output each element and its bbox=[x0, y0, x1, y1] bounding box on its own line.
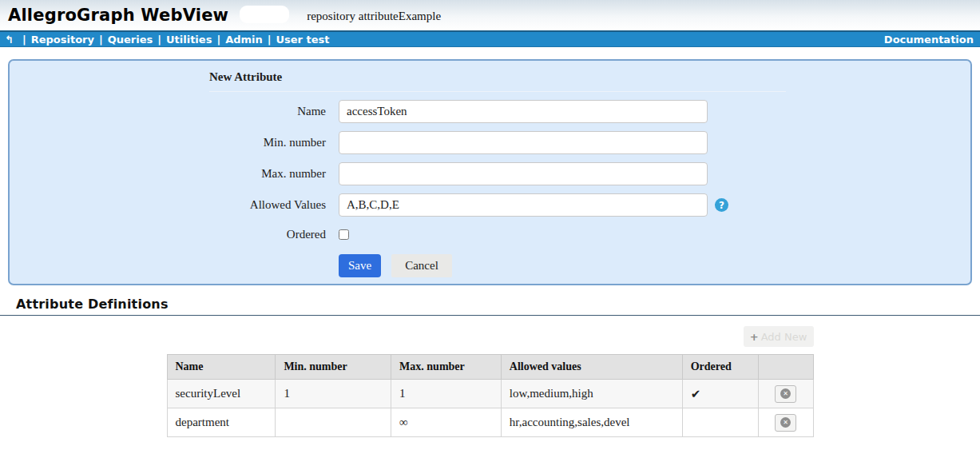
cell-max-number: 1 bbox=[391, 380, 502, 408]
nav-item-documentation[interactable]: Documentation bbox=[884, 34, 974, 46]
nav-separator: | bbox=[216, 34, 220, 46]
cell-name: department bbox=[167, 408, 276, 437]
plus-icon: + bbox=[750, 331, 759, 343]
nav-separator: | bbox=[22, 34, 26, 46]
ordered-check: ✔ bbox=[682, 380, 758, 408]
ordered-check bbox=[682, 408, 758, 437]
max-number-row: Max. number bbox=[10, 162, 970, 185]
ordered-checkbox[interactable] bbox=[339, 229, 349, 240]
min-number-row: Min. number bbox=[10, 131, 970, 154]
cell-actions: ✕ bbox=[758, 408, 813, 437]
max-number-label: Max. number bbox=[10, 167, 326, 181]
delete-icon: ✕ bbox=[780, 388, 791, 399]
add-new-label: Add New bbox=[761, 331, 807, 343]
nav-item-utilities[interactable]: Utilities bbox=[166, 34, 212, 46]
ordered-row: Ordered bbox=[10, 228, 970, 241]
max-number-input[interactable] bbox=[339, 162, 708, 185]
cell-name: securityLevel bbox=[167, 380, 276, 408]
nav-separator: | bbox=[99, 34, 103, 46]
column-header-ordered: Ordered bbox=[682, 355, 758, 380]
cell-min-number: 1 bbox=[276, 380, 391, 408]
nav-separator: | bbox=[268, 34, 272, 46]
save-button[interactable]: Save bbox=[339, 254, 381, 277]
column-header-actions bbox=[758, 355, 813, 380]
help-icon[interactable]: ? bbox=[715, 198, 728, 212]
masked-area bbox=[240, 6, 289, 23]
allowed-values-input[interactable] bbox=[339, 193, 708, 217]
cell-actions: ✕ bbox=[758, 380, 813, 408]
column-header-max-number: Max. number bbox=[391, 355, 502, 380]
table-row: department ∞ hr,accounting,sales,devel ✕ bbox=[167, 408, 813, 437]
nav-item-repository[interactable]: Repository bbox=[31, 34, 94, 46]
attribute-definitions-heading: Attribute Definitions bbox=[16, 297, 980, 312]
attribute-definitions-section: +Add New Name Min. number Max. number Al… bbox=[167, 326, 814, 437]
column-header-min-number: Min. number bbox=[276, 355, 391, 380]
table-row: securityLevel 1 1 low,medium,high ✔ ✕ bbox=[167, 380, 813, 408]
allowed-values-row: Allowed Values ? bbox=[10, 193, 970, 217]
allowed-values-label: Allowed Values bbox=[10, 198, 326, 212]
add-new-button[interactable]: +Add New bbox=[744, 326, 814, 347]
cell-max-number: ∞ bbox=[391, 408, 502, 437]
back-arrow-icon[interactable]: ↰ bbox=[5, 34, 14, 45]
cancel-button[interactable]: Cancel bbox=[391, 254, 452, 277]
cell-min-number bbox=[276, 408, 391, 437]
delete-icon: ✕ bbox=[780, 417, 791, 428]
cell-allowed-values: hr,accounting,sales,devel bbox=[501, 408, 682, 437]
name-row: Name bbox=[10, 100, 970, 123]
delete-button[interactable]: ✕ bbox=[775, 414, 796, 432]
nav-item-admin[interactable]: Admin bbox=[225, 34, 263, 46]
repository-label: repository attributeExample bbox=[307, 10, 441, 23]
attribute-definitions-table: Name Min. number Max. number Allowed val… bbox=[167, 354, 814, 437]
new-attribute-panel: New Attribute Name Min. number Max. numb… bbox=[8, 59, 972, 285]
min-number-input[interactable] bbox=[339, 131, 708, 154]
name-input[interactable] bbox=[339, 100, 708, 123]
column-header-name: Name bbox=[167, 355, 276, 380]
form-buttons-row: Save Cancel bbox=[10, 254, 970, 277]
app-header: AllegroGraph WebView repository attribut… bbox=[0, 0, 980, 30]
new-attribute-legend-wrap: New Attribute bbox=[209, 70, 786, 92]
min-number-label: Min. number bbox=[10, 136, 326, 149]
column-header-allowed-values: Allowed values bbox=[501, 355, 682, 380]
delete-button[interactable]: ✕ bbox=[775, 385, 796, 403]
nav-item-queries[interactable]: Queries bbox=[108, 34, 153, 46]
nav-item-user-test[interactable]: User test bbox=[276, 34, 330, 46]
ordered-label: Ordered bbox=[10, 228, 326, 241]
table-header-row: Name Min. number Max. number Allowed val… bbox=[167, 355, 813, 380]
nav-separator: | bbox=[157, 34, 161, 46]
cell-allowed-values: low,medium,high bbox=[501, 380, 682, 408]
main-navbar: ↰ | Repository | Queries | Utilities | A… bbox=[0, 30, 980, 47]
app-title: AllegroGraph WebView bbox=[8, 6, 228, 25]
new-attribute-legend: New Attribute bbox=[209, 70, 282, 83]
heading-rule bbox=[0, 315, 980, 316]
name-label: Name bbox=[10, 105, 326, 118]
